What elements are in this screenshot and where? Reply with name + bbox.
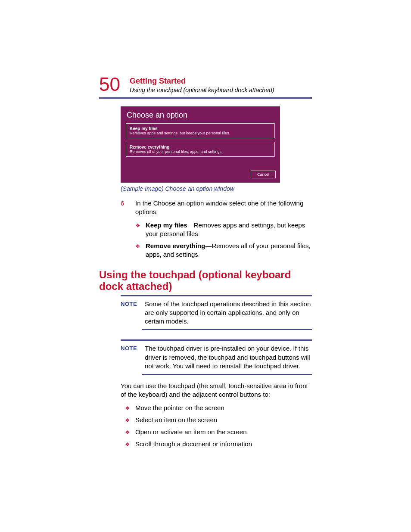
option-desc: Removes apps and settings, but keeps you…: [130, 131, 271, 135]
step-number: 6: [121, 199, 135, 217]
note-text: Some of the touchpad operations describe…: [145, 300, 312, 326]
option-title: Remove everything: [130, 145, 271, 149]
cancel-button: Cancel: [251, 171, 276, 178]
bullet-bold: Keep my files: [146, 221, 187, 229]
cancel-row: Cancel: [121, 160, 280, 183]
sample-window: Choose an option Keep my files Removes a…: [121, 106, 280, 183]
note-rule-top: [121, 295, 312, 296]
list-item: ❖ Open or activate an item on the screen: [125, 428, 312, 436]
note-block: NOTE The touchpad driver is pre-installe…: [99, 339, 312, 375]
step-text: In the Choose an option window select on…: [135, 199, 312, 217]
diamond-bullet-icon: ❖: [125, 404, 130, 412]
header-rule: [99, 97, 312, 99]
chapter-title: Getting Started: [130, 77, 274, 86]
diamond-bullet-icon: ❖: [125, 417, 130, 424]
image-caption: (Sample Image) Choose an option window: [121, 185, 312, 192]
note-label: NOTE: [121, 344, 145, 370]
section-subtitle: Using the touchpad (optional keyboard do…: [130, 87, 274, 93]
note-block: NOTE Some of the touchpad operations des…: [99, 295, 312, 330]
note-row: NOTE The touchpad driver is pre-installe…: [121, 344, 312, 370]
diamond-bullet-icon: ❖: [125, 441, 130, 448]
paragraph: You can use the touchpad (the small, tou…: [121, 382, 312, 399]
note-row: NOTE Some of the touchpad operations des…: [121, 300, 312, 326]
bullet-text: Scroll through a document or information: [135, 440, 312, 448]
list-item: ❖ Scroll through a document or informati…: [125, 440, 312, 448]
bullet-text: Remove everything—Removes all of your pe…: [146, 242, 312, 259]
option-title: Keep my files: [130, 126, 271, 131]
section-heading: Using the touchpad (optional keyboard do…: [99, 269, 312, 292]
option-keep-my-files: Keep my files Removes apps and settings,…: [126, 123, 275, 138]
list-item: ❖ Keep my files—Removes apps and setting…: [135, 221, 312, 239]
list-item: ❖ Select an item on the screen: [125, 416, 312, 424]
bullet-text: Move the pointer on the screen: [135, 404, 312, 412]
numbered-step: 6 In the Choose an option window select …: [121, 199, 312, 217]
note-rule-bottom: [142, 374, 312, 375]
page-number: 50: [99, 75, 120, 94]
diamond-bullet-icon: ❖: [135, 243, 140, 250]
bullet-bold: Remove everything: [146, 242, 205, 249]
option-remove-everything: Remove everything Removes all of your pe…: [126, 142, 275, 157]
list-item: ❖ Move the pointer on the screen: [125, 404, 312, 412]
note-rule-bottom: [142, 329, 312, 330]
note-text: The touchpad driver is pre-installed on …: [145, 344, 312, 370]
header-text: Getting Started Using the touchpad (opti…: [130, 77, 274, 93]
option-bullet-list: ❖ Keep my files—Removes apps and setting…: [135, 221, 312, 259]
document-page: 50 Getting Started Using the touchpad (o…: [0, 0, 411, 532]
sample-window-title: Choose an option: [121, 106, 280, 123]
list-item: ❖ Remove everything—Removes all of your …: [135, 242, 312, 259]
page-header: 50 Getting Started Using the touchpad (o…: [99, 77, 312, 94]
bullet-text: Open or activate an item on the screen: [135, 428, 312, 436]
action-bullet-list: ❖ Move the pointer on the screen ❖ Selec…: [125, 404, 312, 449]
note-label: NOTE: [121, 300, 145, 326]
diamond-bullet-icon: ❖: [135, 222, 140, 230]
bullet-text: Keep my files—Removes apps and settings,…: [146, 221, 312, 239]
bullet-text: Select an item on the screen: [135, 416, 312, 424]
option-desc: Removes all of your personal files, apps…: [130, 149, 271, 154]
diamond-bullet-icon: ❖: [125, 429, 130, 436]
note-rule-top: [121, 339, 312, 341]
